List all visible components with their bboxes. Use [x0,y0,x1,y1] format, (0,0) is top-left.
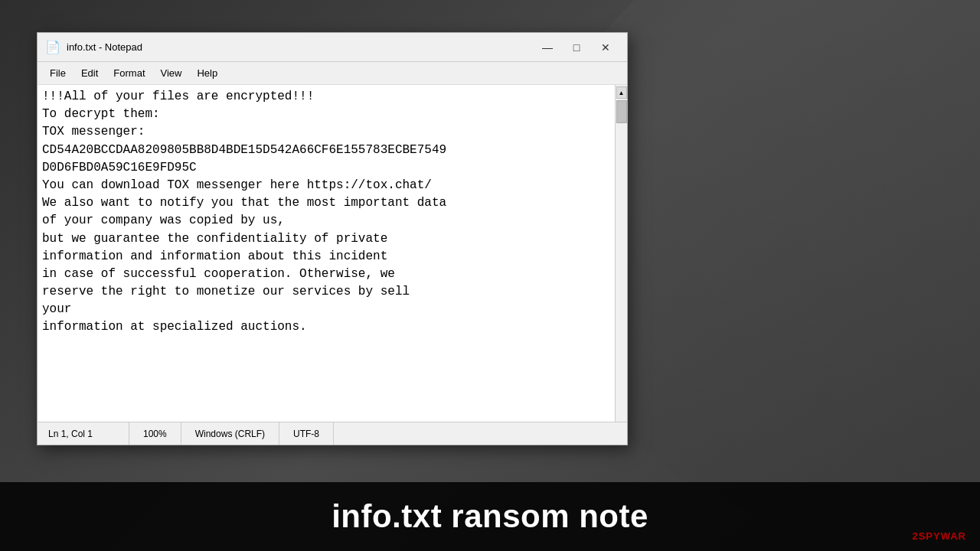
title-bar-controls: — □ ✕ [534,37,619,58]
caption-bar: info.txt ransom note [0,482,980,551]
menu-bar: File Edit Format View Help [38,62,627,85]
menu-format[interactable]: Format [106,64,152,82]
title-bar-text: info.txt - Notepad [67,41,534,53]
scroll-up-button[interactable]: ▲ [616,86,627,99]
status-bar: Ln 1, Col 1 100% Windows (CRLF) UTF-8 [38,422,627,445]
status-zoom: 100% [129,422,181,445]
menu-view[interactable]: View [153,64,190,82]
maximize-button[interactable]: □ [563,37,590,58]
caption-text: info.txt ransom note [332,498,648,535]
status-encoding: UTF-8 [279,422,334,445]
watermark: 2SPYWAR [912,530,966,542]
menu-file[interactable]: File [42,64,74,82]
notepad-text-content[interactable]: !!!All of your files are encrypted!!! To… [38,85,615,422]
menu-edit[interactable]: Edit [74,64,106,82]
scrollbar[interactable]: ▲ [615,85,627,422]
status-position: Ln 1, Col 1 [38,422,129,445]
minimize-button[interactable]: — [534,37,561,58]
scroll-thumb[interactable] [616,100,627,123]
close-button[interactable]: ✕ [592,37,619,58]
status-line-ending: Windows (CRLF) [181,422,279,445]
title-bar: 📄 info.txt - Notepad — □ ✕ [38,33,627,62]
notepad-icon: 📄 [45,40,60,55]
text-area-wrapper[interactable]: !!!All of your files are encrypted!!! To… [38,85,627,422]
menu-help[interactable]: Help [189,64,225,82]
notepad-window: 📄 info.txt - Notepad — □ ✕ File Edit For… [37,32,628,445]
